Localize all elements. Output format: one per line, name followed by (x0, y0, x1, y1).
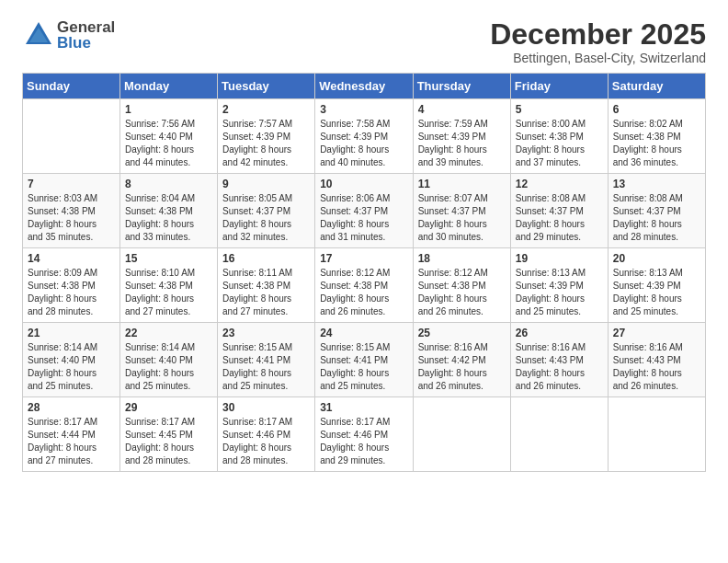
day-number: 15 (125, 252, 212, 265)
calendar-cell: 21Sunrise: 8:14 AMSunset: 4:40 PMDayligh… (23, 323, 120, 397)
day-number: 22 (125, 327, 212, 339)
calendar-cell (608, 397, 705, 472)
calendar-cell: 23Sunrise: 8:15 AMSunset: 4:41 PMDayligh… (218, 323, 315, 397)
day-info: Sunrise: 8:04 AMSunset: 4:38 PMDaylight:… (125, 192, 212, 244)
logo-general: General (57, 19, 115, 35)
calendar-cell: 10Sunrise: 8:06 AMSunset: 4:37 PMDayligh… (315, 174, 413, 248)
weekday-header-tuesday: Tuesday (218, 74, 315, 99)
day-number: 10 (320, 178, 407, 190)
day-number: 23 (222, 327, 310, 339)
day-number: 13 (613, 178, 700, 190)
day-info: Sunrise: 8:17 AMSunset: 4:46 PMDaylight:… (320, 416, 407, 467)
calendar-cell (510, 397, 608, 472)
calendar-week-row: 28Sunrise: 8:17 AMSunset: 4:44 PMDayligh… (23, 397, 706, 472)
calendar-cell: 30Sunrise: 8:17 AMSunset: 4:46 PMDayligh… (218, 397, 315, 472)
day-info: Sunrise: 8:14 AMSunset: 4:40 PMDaylight:… (28, 341, 115, 393)
day-info: Sunrise: 7:57 AMSunset: 4:39 PMDaylight:… (222, 118, 310, 169)
calendar-cell: 17Sunrise: 8:12 AMSunset: 4:38 PMDayligh… (315, 248, 413, 323)
weekday-header-wednesday: Wednesday (315, 74, 413, 99)
calendar-week-row: 14Sunrise: 8:09 AMSunset: 4:38 PMDayligh… (23, 248, 706, 323)
day-number: 20 (613, 252, 700, 265)
day-number: 19 (516, 252, 603, 265)
day-info: Sunrise: 8:15 AMSunset: 4:41 PMDaylight:… (320, 341, 407, 393)
weekday-header-monday: Monday (120, 74, 218, 99)
calendar-cell: 20Sunrise: 8:13 AMSunset: 4:39 PMDayligh… (608, 248, 705, 323)
calendar-table: SundayMondayTuesdayWednesdayThursdayFrid… (22, 73, 706, 472)
day-info: Sunrise: 8:12 AMSunset: 4:38 PMDaylight:… (418, 267, 506, 318)
day-number: 24 (320, 327, 407, 339)
calendar-cell: 11Sunrise: 8:07 AMSunset: 4:37 PMDayligh… (413, 174, 510, 248)
calendar-week-row: 1Sunrise: 7:56 AMSunset: 4:40 PMDaylight… (23, 99, 706, 174)
logo-icon (22, 18, 55, 52)
calendar-cell: 18Sunrise: 8:12 AMSunset: 4:38 PMDayligh… (413, 248, 510, 323)
weekday-header-row: SundayMondayTuesdayWednesdayThursdayFrid… (23, 74, 706, 99)
day-number: 16 (222, 252, 310, 265)
day-info: Sunrise: 8:16 AMSunset: 4:42 PMDaylight:… (418, 341, 506, 393)
day-info: Sunrise: 8:16 AMSunset: 4:43 PMDaylight:… (613, 341, 700, 393)
day-number: 29 (125, 401, 212, 414)
logo: General Blue (22, 18, 115, 52)
day-info: Sunrise: 7:59 AMSunset: 4:39 PMDaylight:… (418, 118, 506, 169)
day-number: 2 (222, 103, 310, 116)
calendar-cell: 28Sunrise: 8:17 AMSunset: 4:44 PMDayligh… (23, 397, 120, 472)
day-info: Sunrise: 7:58 AMSunset: 4:39 PMDaylight:… (320, 118, 407, 169)
day-info: Sunrise: 8:02 AMSunset: 4:38 PMDaylight:… (613, 118, 700, 169)
calendar-cell: 1Sunrise: 7:56 AMSunset: 4:40 PMDaylight… (120, 99, 218, 174)
day-number: 9 (222, 178, 310, 190)
day-info: Sunrise: 8:07 AMSunset: 4:37 PMDaylight:… (418, 192, 506, 244)
location-title: Bettingen, Basel-City, Switzerland (490, 51, 706, 65)
calendar-cell: 22Sunrise: 8:14 AMSunset: 4:40 PMDayligh… (120, 323, 218, 397)
day-info: Sunrise: 8:13 AMSunset: 4:39 PMDaylight:… (516, 267, 603, 318)
calendar-cell (413, 397, 510, 472)
weekday-header-friday: Friday (510, 74, 608, 99)
day-info: Sunrise: 8:03 AMSunset: 4:38 PMDaylight:… (28, 192, 115, 244)
calendar-cell: 4Sunrise: 7:59 AMSunset: 4:39 PMDaylight… (413, 99, 510, 174)
day-info: Sunrise: 8:00 AMSunset: 4:38 PMDaylight:… (516, 118, 603, 169)
calendar-cell: 5Sunrise: 8:00 AMSunset: 4:38 PMDaylight… (510, 99, 608, 174)
day-info: Sunrise: 8:17 AMSunset: 4:45 PMDaylight:… (125, 416, 212, 467)
day-info: Sunrise: 8:14 AMSunset: 4:40 PMDaylight:… (125, 341, 212, 393)
day-info: Sunrise: 8:06 AMSunset: 4:37 PMDaylight:… (320, 192, 407, 244)
calendar-cell (23, 99, 120, 174)
calendar-cell: 16Sunrise: 8:11 AMSunset: 4:38 PMDayligh… (218, 248, 315, 323)
day-number: 31 (320, 401, 407, 414)
day-number: 7 (28, 178, 115, 190)
calendar-cell: 25Sunrise: 8:16 AMSunset: 4:42 PMDayligh… (413, 323, 510, 397)
month-title: December 2025 (490, 18, 706, 51)
weekday-header-thursday: Thursday (413, 74, 510, 99)
weekday-header-sunday: Sunday (23, 74, 120, 99)
day-info: Sunrise: 8:17 AMSunset: 4:44 PMDaylight:… (28, 416, 115, 467)
logo-blue: Blue (57, 35, 115, 51)
day-number: 12 (516, 178, 603, 190)
day-number: 6 (613, 103, 700, 116)
day-info: Sunrise: 8:12 AMSunset: 4:38 PMDaylight:… (320, 267, 407, 318)
calendar-cell: 14Sunrise: 8:09 AMSunset: 4:38 PMDayligh… (23, 248, 120, 323)
day-number: 26 (516, 327, 603, 339)
day-info: Sunrise: 8:08 AMSunset: 4:37 PMDaylight:… (516, 192, 603, 244)
page-header: General Blue December 2025 Bettingen, Ba… (22, 18, 706, 65)
calendar-cell: 31Sunrise: 8:17 AMSunset: 4:46 PMDayligh… (315, 397, 413, 472)
day-number: 4 (418, 103, 506, 116)
day-number: 18 (418, 252, 506, 265)
day-info: Sunrise: 8:10 AMSunset: 4:38 PMDaylight:… (125, 267, 212, 318)
day-number: 1 (125, 103, 212, 116)
calendar-cell: 27Sunrise: 8:16 AMSunset: 4:43 PMDayligh… (608, 323, 705, 397)
day-number: 30 (222, 401, 310, 414)
calendar-week-row: 21Sunrise: 8:14 AMSunset: 4:40 PMDayligh… (23, 323, 706, 397)
day-number: 11 (418, 178, 506, 190)
day-number: 27 (613, 327, 700, 339)
calendar-cell: 24Sunrise: 8:15 AMSunset: 4:41 PMDayligh… (315, 323, 413, 397)
day-info: Sunrise: 7:56 AMSunset: 4:40 PMDaylight:… (125, 118, 212, 169)
day-number: 5 (516, 103, 603, 116)
day-info: Sunrise: 8:09 AMSunset: 4:38 PMDaylight:… (28, 267, 115, 318)
calendar-cell: 15Sunrise: 8:10 AMSunset: 4:38 PMDayligh… (120, 248, 218, 323)
calendar-cell: 19Sunrise: 8:13 AMSunset: 4:39 PMDayligh… (510, 248, 608, 323)
calendar-cell: 13Sunrise: 8:08 AMSunset: 4:37 PMDayligh… (608, 174, 705, 248)
calendar-cell: 7Sunrise: 8:03 AMSunset: 4:38 PMDaylight… (23, 174, 120, 248)
calendar-cell: 6Sunrise: 8:02 AMSunset: 4:38 PMDaylight… (608, 99, 705, 174)
day-info: Sunrise: 8:05 AMSunset: 4:37 PMDaylight:… (222, 192, 310, 244)
title-block: December 2025 Bettingen, Basel-City, Swi… (490, 18, 706, 65)
calendar-cell: 26Sunrise: 8:16 AMSunset: 4:43 PMDayligh… (510, 323, 608, 397)
day-number: 3 (320, 103, 407, 116)
calendar-cell: 12Sunrise: 8:08 AMSunset: 4:37 PMDayligh… (510, 174, 608, 248)
